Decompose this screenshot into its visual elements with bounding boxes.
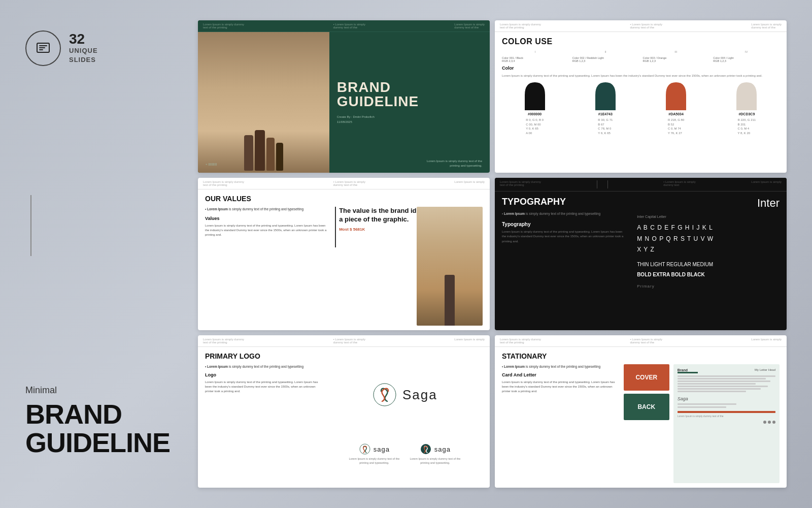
slide3-content: OUR VALUES • Lorem Ipsum is simply dummy… <box>198 189 490 330</box>
slide1-meta: Create By : Dmitri Prokofich 11/08/2025 <box>337 115 482 124</box>
logo-name-small1: saga <box>374 446 390 453</box>
color-desc-row: Lorem Ipsum is simply dummy text of the … <box>502 74 780 78</box>
stationary-letter: Brand My Letter Head <box>673 364 780 483</box>
arch-green-svg <box>593 80 618 110</box>
variant2-display: saga <box>420 443 451 455</box>
color-label-row: Color <box>502 66 780 71</box>
color-arches: #000000 R 0, G 0, B 0C 00, M 00Y 0, K 65… <box>502 80 780 135</box>
slide1-header3: Lorem Ipsum is simplydummy text of the <box>454 23 485 29</box>
typo-weights: THIN LIGHT REGULAR MEDIUM BOLD EXTRA BOL… <box>637 260 780 280</box>
left-bottom: Minimal BRAND GUIDELINE <box>25 385 188 478</box>
values-person <box>417 207 483 326</box>
arch-green: #1E4743 R 30, G 71B 67C 78, M 0Y 6, K 65 <box>593 80 618 135</box>
slide1-text-area: BRAND GUIDELINE Create By : Dmitri Proko… <box>329 32 490 173</box>
svg-rect-1 <box>39 45 47 46</box>
slide2-content: COLOR USE I II III IV Color 001 / BlackR… <box>495 32 787 173</box>
cover-button[interactable]: COVER <box>624 364 669 391</box>
values-text: Lorem Ipsum is simply dummy text of the … <box>205 224 330 237</box>
person4 <box>276 143 283 171</box>
typo-body: Lorem Ipsum is simply dummy text of the … <box>502 230 627 244</box>
typo-left: TYPOGRAPHY • Lorem Ipsum is simply dummy… <box>502 197 627 328</box>
color-subtitle: Color <box>502 66 514 71</box>
alphabet-row2: M N O P Q R S T U V W <box>637 234 780 245</box>
person-body <box>445 275 455 326</box>
my-letter-head: My Letter Head <box>755 368 775 373</box>
svg-point-6 <box>421 444 431 454</box>
brand-label: Brand <box>678 368 698 372</box>
stationary-right: COVER BACK Brand My Letter Head <box>624 364 780 483</box>
slide-stationary[interactable]: Lorem Ipsum is simply dummytext of the p… <box>495 335 787 488</box>
svg-point-5 <box>360 444 370 454</box>
variant2-desc: Lorem Ipsum is simply dummy text of the … <box>410 457 460 465</box>
arch-light-svg <box>734 80 759 110</box>
values-image <box>417 207 483 326</box>
saga-logo-large <box>372 382 397 407</box>
slide4-content: TYPOGRAPHY • Lorem Ipsum is simply dummy… <box>495 192 787 330</box>
header-divider1 <box>597 180 597 188</box>
svg-point-4 <box>374 384 396 406</box>
social-icon2 <box>768 421 771 424</box>
letter-header: Brand My Letter Head <box>678 368 775 373</box>
slide-cover[interactable]: Lorem Ipsum is simply dummytext of the p… <box>198 20 490 173</box>
svg-rect-2 <box>39 47 45 48</box>
logo-title: PRIMARY LOGO <box>205 352 483 360</box>
arch-orange-svg <box>663 80 689 110</box>
stat-subheading: Card And Letter <box>502 372 619 377</box>
values-right: The value is the brand identity morphed … <box>335 207 483 326</box>
slide6-content: STATIONARY • Lorem Ipsum is simply dummy… <box>495 347 787 488</box>
typo-subheading: Typography <box>502 221 627 227</box>
saga-logo-small1 <box>359 443 371 455</box>
back-button[interactable]: BACK <box>624 394 669 420</box>
values-bullet: • Lorem Ipsum is simply dummy text of th… <box>205 207 330 212</box>
values-left: • Lorem Ipsum is simply dummy text of th… <box>205 207 330 326</box>
logo-left: • Lorem Ipsum is simply dummy text of th… <box>205 364 322 483</box>
logo-body: • Lorem Ipsum is simply dummy text of th… <box>205 364 483 483</box>
typo-bullet: • Lorem Ipsum is simply dummy text of th… <box>502 211 627 216</box>
category-label: Minimal <box>25 385 188 396</box>
stationary-body: • Lorem Ipsum is simply dummy text of th… <box>502 364 780 483</box>
color-col-labels: I II III IV <box>502 50 780 53</box>
primary-label: Primary <box>637 284 780 289</box>
header-divider2 <box>607 180 608 188</box>
logo-variant1: saga Lorem Ipsum is simply dummy text of… <box>349 443 399 465</box>
slide6-header: Lorem Ipsum is simply dummytext of the p… <box>495 335 787 347</box>
saga-logo-small2 <box>420 443 432 455</box>
stat-desc: Lorem Ipsum is simply dummy text of the … <box>502 380 619 394</box>
slide3-header: Lorem Ipsum is simply dummytext of the p… <box>198 178 490 189</box>
slides-count: 32 <box>69 32 98 46</box>
left-top: 32 UNIQUESLIDES <box>25 30 188 66</box>
arch-light: #DCD3C9 R 220, G 211B 201C 0, M 4Y 8, K … <box>734 80 759 135</box>
slides-label: UNIQUESLIDES <box>69 46 98 65</box>
values-bar <box>335 207 336 247</box>
slide1-bottom-text: Lorem Ipsum is simply dummy text of the … <box>421 159 482 168</box>
signature: Saga <box>678 396 775 401</box>
slides-grid: Lorem Ipsum is simply dummytext of the p… <box>198 20 787 488</box>
logo-variant2: saga Lorem Ipsum is simply dummy text of… <box>410 443 460 465</box>
color-use-title: COLOR USE <box>502 37 780 46</box>
font-name: Inter <box>637 197 780 210</box>
slide-our-values[interactable]: Lorem Ipsum is simply dummytext of the p… <box>198 178 490 330</box>
slide1-barcode: + ||||||||||| <box>206 163 217 166</box>
values-title: OUR VALUES <box>205 195 483 203</box>
logo-name-small2: saga <box>434 446 451 453</box>
text-lines <box>678 375 775 392</box>
typo-title: TYPOGRAPHY <box>502 197 627 207</box>
slide1-heading: BRAND GUIDELINE <box>337 80 482 109</box>
variant1-desc: Lorem Ipsum is simply dummy text of the … <box>349 457 399 465</box>
social-icon1 <box>763 421 766 424</box>
slide-primary-logo[interactable]: Lorem Ipsum is simply dummytext of the p… <box>198 335 490 488</box>
svg-rect-3 <box>39 49 43 50</box>
typo-primary-row: Primary <box>637 284 780 289</box>
footer-text: Lorem Ipsum is simply dummy text of the <box>678 415 775 419</box>
slide4-header: Lorem Ipsum is simply dummytext of the p… <box>495 178 787 192</box>
logo-right: Saga saga <box>327 364 483 483</box>
logo-subheading: Logo <box>205 372 322 377</box>
address-text <box>678 403 775 408</box>
slide-color-use[interactable]: Lorem Ipsum is simply dummytext of the p… <box>495 20 787 173</box>
slide1-header2: • Lorem Ipsum is simplydummy text of the <box>333 23 365 29</box>
arch-black: #000000 R 0, G 0, B 0C 00, M 00Y 0, K 65… <box>522 80 548 135</box>
color-names: Color 001 / BlackRGB 2,3,4 Color 002 / R… <box>502 56 780 62</box>
slide5-header: Lorem Ipsum is simply dummytext of the p… <box>198 335 490 347</box>
slide-typography[interactable]: Lorem Ipsum is simply dummytext of the p… <box>495 178 787 330</box>
slides-icon <box>35 40 51 56</box>
